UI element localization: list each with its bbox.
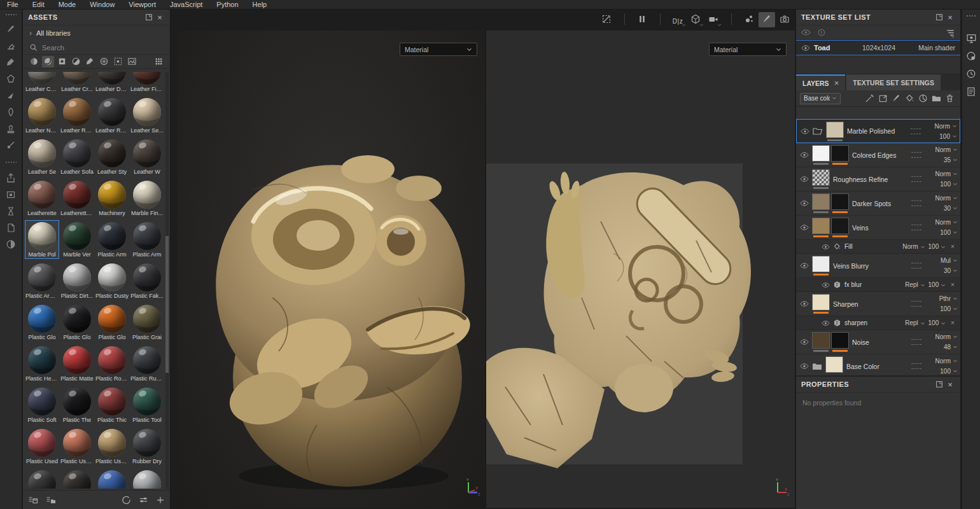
effect-row[interactable]: fx blur Repl 100 ×	[796, 278, 960, 292]
layer-row[interactable]: Veins Blurry Mul 30	[796, 254, 960, 278]
tool-button[interactable]	[0, 71, 22, 87]
effect-row[interactable]: Fill Norm 100 ×	[796, 240, 960, 254]
remove-effect-icon[interactable]: ×	[949, 281, 956, 288]
material-item[interactable]: Marble Pol	[25, 220, 59, 259]
viewport-toolbar-button[interactable]	[652, 12, 668, 27]
filter-button[interactable]	[112, 56, 124, 67]
viewport-2d[interactable]: Material Y X Z	[486, 31, 795, 508]
opacity-dropdown[interactable]: 100	[928, 319, 946, 326]
material-item[interactable]: Leather Se...	[130, 96, 164, 135]
refresh-icon[interactable]	[122, 495, 131, 505]
log-button[interactable]	[962, 83, 980, 100]
visibility-eye-icon[interactable]	[800, 363, 809, 370]
tool-button[interactable]	[0, 153, 22, 170]
material-item[interactable]: Plastic Use...	[60, 427, 94, 466]
filter-button[interactable]	[70, 56, 82, 67]
filter-button[interactable]	[28, 56, 40, 67]
effect-row[interactable]: sharpen Repl 100 ×	[796, 316, 960, 330]
menu-item[interactable]: JavaScript	[163, 0, 209, 10]
layer-row[interactable]: Sharpen Pthr 100	[796, 292, 960, 316]
solo-visibility-icon[interactable]	[817, 28, 826, 37]
viewport-toolbar-button[interactable]	[687, 12, 704, 27]
tool-button[interactable]	[0, 104, 22, 120]
display-settings-button[interactable]	[962, 30, 980, 46]
blend-mode-dropdown[interactable]: Norm	[935, 171, 958, 178]
material-item[interactable]: Plastic The	[60, 386, 94, 424]
filter-button[interactable]	[56, 56, 68, 67]
material-item[interactable]: Plastic Grai	[130, 303, 164, 342]
search-input[interactable]	[42, 44, 164, 52]
tool-button[interactable]	[0, 220, 22, 236]
blend-mode-dropdown[interactable]: Norm	[935, 358, 958, 365]
viewport-toolbar-button[interactable]	[634, 12, 650, 27]
layers-toolbar-button[interactable]	[916, 92, 930, 105]
tool-button[interactable]	[0, 38, 22, 54]
blend-mode-dropdown[interactable]: Repl	[905, 281, 925, 288]
scrollbar-thumb[interactable]	[165, 236, 169, 373]
menu-item[interactable]: Help	[246, 0, 274, 10]
material-item[interactable]: Plastic Use...	[95, 427, 129, 466]
material-item[interactable]: Rubber Dry	[130, 427, 164, 466]
tab-texture-set-settings[interactable]: TEXTURE SET SETTINGS	[846, 74, 941, 90]
blend-mode-dropdown[interactable]: Mul	[941, 257, 958, 264]
layer-row[interactable]: Base Color Norm 100	[796, 354, 960, 374]
tool-button[interactable]	[0, 236, 22, 253]
material-item[interactable]: Plastic Soft	[25, 386, 59, 424]
material-item[interactable]: Leather Fin...	[130, 72, 164, 94]
visibility-eye-icon[interactable]	[800, 200, 809, 207]
filter-button[interactable]	[84, 56, 96, 67]
layer-row[interactable]: Roughness Refine Norm 100	[796, 167, 960, 192]
tool-button[interactable]	[0, 87, 22, 104]
material-item[interactable]: Plastic Thic	[95, 386, 129, 424]
shading-mode-dropdown[interactable]: Material	[400, 43, 477, 56]
visibility-eye-icon[interactable]	[800, 151, 809, 158]
material-item[interactable]: Plastic Glo	[95, 303, 129, 342]
layers-toolbar-button[interactable]	[943, 92, 956, 105]
texture-set-row[interactable]: Toad 1024x1024 Main shader	[796, 40, 960, 55]
viewport-toolbar-button[interactable]	[598, 12, 615, 27]
close-icon[interactable]: ×	[945, 13, 955, 22]
material-item[interactable]: Plastic Glo	[60, 303, 94, 342]
blend-mode-dropdown[interactable]: Repl	[905, 319, 925, 326]
assets-scrollbar[interactable]	[165, 72, 169, 489]
viewport-toolbar-button[interactable]	[776, 12, 793, 27]
tab-layers[interactable]: LAYERS ×	[796, 74, 845, 90]
material-item[interactable]: Plastic Arm	[95, 220, 129, 259]
tool-button[interactable]	[0, 186, 22, 203]
material-item[interactable]: Leather Ro...	[95, 96, 129, 135]
opacity-dropdown[interactable]: 35	[944, 157, 958, 164]
tool-button[interactable]	[0, 170, 22, 186]
material-item[interactable]: Sapphire C...	[95, 468, 129, 489]
dock-icon[interactable]	[934, 13, 945, 22]
import-resources-icon[interactable]	[46, 495, 56, 505]
layer-thumbnail[interactable]	[812, 332, 830, 349]
material-item[interactable]: Plastic Tool	[130, 386, 164, 424]
material-item[interactable]: Leather Da...	[95, 72, 129, 94]
close-icon[interactable]: ×	[834, 78, 839, 88]
visibility-eye-icon[interactable]	[822, 282, 830, 288]
blend-mode-dropdown[interactable]: Norm	[935, 195, 958, 202]
filter-button[interactable]	[42, 56, 54, 67]
material-item[interactable]: Plastic Arm...	[25, 261, 59, 300]
material-item[interactable]: Plastic Rou...	[95, 344, 129, 383]
layer-thumbnail[interactable]	[812, 169, 830, 186]
remove-effect-icon[interactable]: ×	[949, 243, 956, 250]
visibility-eye-icon[interactable]	[800, 338, 809, 345]
opacity-dropdown[interactable]: 30	[944, 267, 958, 274]
visibility-eye-icon[interactable]	[801, 128, 809, 135]
visibility-eye-icon[interactable]	[801, 45, 810, 52]
filter-button[interactable]	[98, 56, 110, 67]
material-item[interactable]: Marble Ver	[60, 220, 94, 259]
material-item[interactable]: Plastic Dusty	[95, 261, 129, 300]
filter-list-icon[interactable]	[946, 28, 955, 38]
filter-button[interactable]	[126, 56, 138, 67]
opacity-dropdown[interactable]: 100	[940, 229, 958, 236]
material-item[interactable]: Plastic Used	[25, 427, 59, 466]
menu-item[interactable]: Viewport	[122, 0, 163, 10]
history-button[interactable]	[962, 66, 980, 82]
blend-mode-dropdown[interactable]: Norm	[935, 146, 958, 153]
visibility-eye-icon[interactable]	[800, 262, 809, 269]
opacity-dropdown[interactable]: 100	[928, 281, 946, 288]
layers-toolbar-button[interactable]	[930, 92, 943, 105]
tool-button[interactable]	[0, 203, 22, 220]
